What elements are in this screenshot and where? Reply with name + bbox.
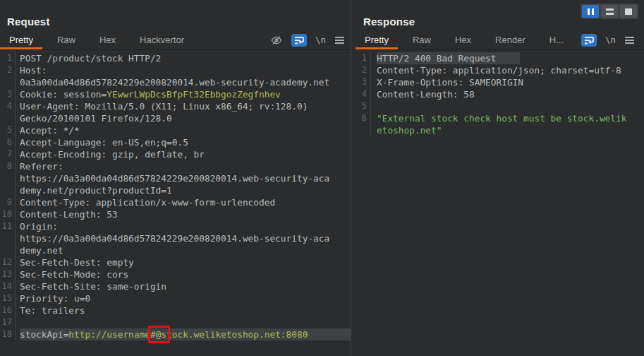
code-row[interactable]: 3X-Frame-Options: SAMEORIGIN (351, 76, 644, 88)
code-segment: demy.net/product?productId=1 (20, 185, 172, 196)
response-tab-render[interactable]: Render (486, 30, 535, 49)
response-tab-hex[interactable]: Hex (446, 30, 480, 49)
code-row[interactable]: 4User-Agent: Mozilla/5.0 (X11; Linux x86… (0, 100, 351, 112)
code-segment: tock.weliketoshop.net:8080 (166, 329, 308, 340)
response-tab-raw[interactable]: Raw (403, 30, 440, 49)
tab-label: Render (495, 35, 525, 45)
code-line: User-Agent: Mozilla/5.0 (X11; Linux x86_… (20, 100, 351, 112)
code-row[interactable]: Gecko/20100101 Firefox/128.0 (0, 112, 351, 124)
line-number: 2 (351, 64, 371, 76)
code-segment: https://0a3a00da04d86d57824229e200820014… (20, 173, 329, 184)
line-number (0, 112, 16, 124)
code-segment: Accept: */* (20, 125, 80, 136)
code-segment: Accept-Encoding: gzip, deflate, br (20, 149, 205, 160)
code-segment: demy.net (20, 245, 63, 256)
request-panel: Request Pretty Raw Hex Hackvertor (0, 0, 351, 356)
code-line: Origin: (20, 220, 351, 232)
code-row[interactable]: 9Content-Type: application/x-www-form-ur… (0, 196, 351, 208)
code-row[interactable]: 2Content-Type: application/json; charset… (351, 64, 644, 76)
code-line: Te: trailers (20, 304, 351, 316)
code-line: Content-Type: application/x-www-form-url… (20, 196, 351, 208)
code-row[interactable]: 17 (0, 316, 351, 328)
tab-label: Pretty (9, 35, 33, 45)
code-line: Content-Length: 53 (20, 208, 351, 220)
code-row[interactable]: 10Content-Length: 53 (0, 208, 351, 220)
tab-label: Raw (413, 35, 431, 45)
response-editor[interactable]: 1HTTP/2 400 Bad Request2Content-Type: ap… (351, 50, 644, 356)
request-tab-hackvertor[interactable]: Hackvertor (130, 30, 193, 49)
request-tab-hex[interactable]: Hex (90, 30, 125, 49)
request-editor[interactable]: 1POST /product/stock HTTP/22Host:0a3a00d… (0, 50, 351, 356)
code-segment: Sec-Fetch-Mode: cors (20, 269, 128, 280)
line-number: 5 (0, 124, 16, 136)
code-line: https://0a3a00da04d86d57824229e200820014… (20, 232, 351, 244)
code-segment: Gecko/20100101 Firefox/128.0 (20, 113, 172, 124)
code-row[interactable]: 8Referer: (0, 160, 351, 172)
code-line: Content-Type: application/json; charset=… (377, 64, 644, 76)
response-editor-toolbar: \n (581, 30, 635, 49)
code-line: 0a3a00da04d86d57824229e200820014.web-sec… (20, 76, 351, 88)
code-row[interactable]: 11Origin: (0, 220, 351, 232)
code-row[interactable]: 1POST /product/stock HTTP/2 (0, 52, 351, 64)
newline-toggle-button[interactable]: \n (315, 35, 326, 45)
line-number: 2 (0, 64, 16, 76)
line-number: 4 (0, 100, 16, 112)
code-row[interactable]: https://0a3a00da04d86d57824229e200820014… (0, 172, 351, 184)
request-tab-pretty[interactable]: Pretty (0, 30, 42, 49)
menu-icon[interactable] (624, 36, 635, 44)
tab-label: Hex (455, 35, 471, 45)
code-row[interactable]: 15Priority: u=0 (0, 292, 351, 304)
code-segment: "External stock check host must be stock… (377, 113, 626, 124)
code-row[interactable]: 6Accept-Language: en-US,en;q=0.5 (0, 136, 351, 148)
code-segment: X-Frame-Options: SAMEORIGIN (377, 77, 523, 88)
request-tab-raw[interactable]: Raw (48, 30, 85, 49)
request-editor-toolbar: \n (270, 30, 345, 49)
message-editor-split-view: Request Pretty Raw Hex Hackvertor (0, 0, 644, 356)
code-row[interactable]: 2Host: (0, 64, 351, 76)
code-segment: stockApi= (20, 329, 68, 340)
code-row[interactable]: 6"External stock check host must be stoc… (351, 112, 644, 124)
response-panel: Response Pretty Raw Hex Render H... (351, 0, 644, 356)
code-segment: https://0a3a00da04d86d57824229e200820014… (20, 233, 329, 244)
response-tab-hackvertor-truncated[interactable]: H... (540, 30, 573, 49)
code-row[interactable]: 13Sec-Fetch-Mode: cors (0, 268, 351, 280)
rows-button[interactable] (601, 5, 618, 18)
code-row[interactable]: 5 (351, 100, 644, 112)
code-row[interactable]: 18stockApi=http://username#@stock.welike… (0, 328, 351, 340)
code-line: Content-Length: 58 (377, 88, 644, 100)
line-number: 12 (0, 256, 16, 268)
code-row[interactable]: 12Sec-Fetch-Dest: empty (0, 256, 351, 268)
code-segment: Content-Length: 58 (377, 89, 475, 100)
code-row[interactable]: demy.net/product?productId=1 (0, 184, 351, 196)
code-row[interactable]: 14Sec-Fetch-Site: same-origin (0, 280, 351, 292)
pause-button[interactable] (582, 5, 599, 18)
code-segment: Cookie: session= (20, 89, 107, 100)
line-number: 1 (0, 52, 16, 64)
code-line (20, 316, 351, 328)
eye-off-icon[interactable] (270, 35, 283, 46)
code-row[interactable]: demy.net (0, 244, 351, 256)
response-tab-pretty[interactable]: Pretty (356, 30, 398, 49)
code-row[interactable]: https://0a3a00da04d86d57824229e200820014… (0, 232, 351, 244)
line-number: 17 (0, 316, 16, 328)
word-wrap-toggle-button[interactable] (581, 34, 597, 47)
code-line: Host: (20, 64, 351, 76)
line-number (0, 244, 16, 256)
stop-button[interactable] (620, 5, 637, 18)
newline-toggle-button[interactable]: \n (605, 35, 616, 45)
menu-icon[interactable] (334, 36, 345, 44)
word-wrap-toggle-button[interactable] (291, 34, 307, 47)
code-row[interactable]: 4Content-Length: 58 (351, 88, 644, 100)
code-row[interactable]: 3Cookie: session=YEwwrLWpDcsBfpFt32Ebbgo… (0, 88, 351, 100)
line-number (0, 184, 16, 196)
code-row[interactable]: 1HTTP/2 400 Bad Request (351, 52, 644, 64)
code-row[interactable]: 5Accept: */* (0, 124, 351, 136)
code-row[interactable]: 7Accept-Encoding: gzip, deflate, br (0, 148, 351, 160)
line-number (0, 232, 16, 244)
code-segment: Te: trailers (20, 305, 85, 316)
code-row[interactable]: 16Te: trailers (0, 304, 351, 316)
code-row[interactable]: etoshop.net" (351, 124, 644, 136)
code-row[interactable]: 0a3a00da04d86d57824229e200820014.web-sec… (0, 76, 351, 88)
tab-label: Pretty (365, 35, 389, 45)
line-number: 18 (0, 328, 16, 340)
